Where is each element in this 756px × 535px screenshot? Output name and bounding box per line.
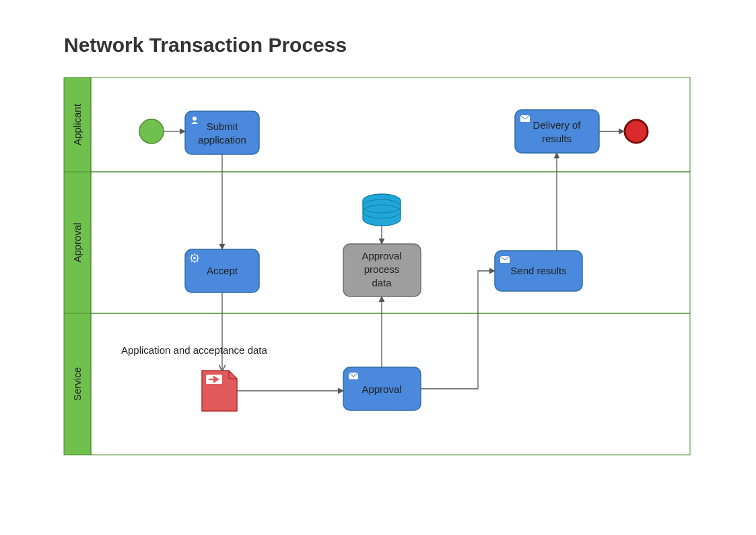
envelope-icon: [500, 256, 510, 263]
svg-text:results: results: [542, 133, 572, 144]
task-submit-application: Submit application: [185, 111, 259, 154]
bpmn-diagram: Applicant Approval Service Submit applic…: [0, 0, 756, 535]
start-event: [139, 119, 164, 144]
task-send-results: Send results: [495, 251, 582, 291]
svg-text:Accept: Accept: [207, 265, 238, 276]
data-object-application: [202, 371, 237, 411]
svg-text:process: process: [364, 263, 400, 275]
svg-point-41: [625, 120, 648, 143]
task-accept: Accept: [185, 249, 259, 292]
svg-rect-1: [91, 77, 690, 172]
svg-text:Approval: Approval: [362, 383, 401, 395]
annotation-text: Application and acceptance data: [121, 344, 267, 356]
gear-icon: [190, 253, 199, 263]
svg-text:data: data: [372, 277, 392, 288]
svg-text:application: application: [198, 134, 246, 146]
svg-point-6: [139, 119, 164, 144]
lane-label-approval: Approval: [71, 222, 83, 262]
data-store: [363, 194, 401, 226]
svg-text:Submit: Submit: [207, 121, 239, 132]
svg-point-10: [193, 117, 197, 121]
svg-text:Send results: Send results: [510, 265, 566, 276]
end-event: [625, 120, 648, 143]
svg-text:Delivery of: Delivery of: [533, 119, 582, 131]
envelope-icon: [520, 115, 530, 122]
envelope-icon: [349, 373, 358, 379]
task-approval: Approval: [343, 367, 421, 410]
task-delivery-results: Delivery of results: [515, 110, 599, 153]
lane-label-applicant: Applicant: [71, 103, 83, 146]
svg-text:Approval: Approval: [362, 250, 401, 261]
task-approval-process-data: Approval process data: [343, 244, 421, 296]
svg-point-14: [193, 257, 196, 259]
lane-label-service: Service: [71, 367, 83, 401]
arrow-icon: [206, 375, 222, 384]
